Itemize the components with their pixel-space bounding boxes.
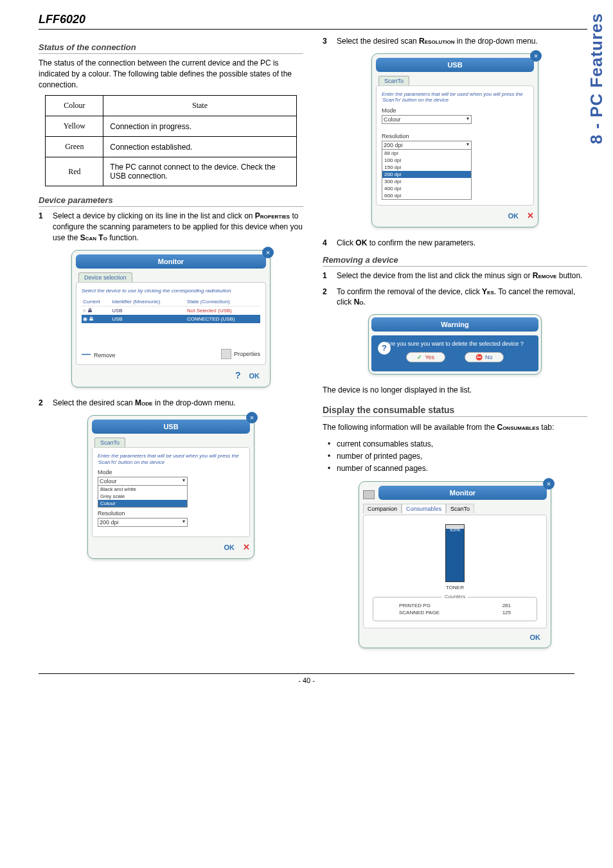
consumables-panel: 93% TONER Counters PRINTED PG 281 SCAN: [363, 515, 547, 628]
step-2: 2 Select the desired scan Mode in the dr…: [39, 398, 303, 409]
printed-value: 281: [502, 603, 511, 608]
ok-button[interactable]: OK: [249, 372, 260, 380]
device-row-selected[interactable]: ◉ 🖶 USB CONNECTED (USB): [82, 315, 260, 323]
step-number: 1: [323, 270, 337, 281]
dialog-title: Monitor: [378, 486, 547, 500]
yes-button[interactable]: ✓Yes: [406, 352, 445, 362]
close-icon[interactable]: ×: [543, 478, 555, 490]
help-icon[interactable]: ?: [235, 370, 241, 380]
resolution-select[interactable]: 200 dpi: [98, 518, 188, 527]
device-params-steps-2: 2 Select the desired scan Mode in the dr…: [39, 398, 303, 409]
res-option[interactable]: 88 dpi: [382, 150, 471, 157]
device-list: Current Identifier (Mnemonic) State (Con…: [82, 297, 260, 323]
device-params-steps: 1 Select a device by clicking on its lin…: [39, 211, 303, 243]
col-state: State (Connection): [186, 297, 260, 306]
cancel-icon[interactable]: ✕: [243, 542, 250, 552]
ok-button[interactable]: OK: [530, 633, 541, 641]
radio-icon[interactable]: ◉ 🖶: [82, 315, 111, 323]
bullet: number of scanned pages.: [328, 463, 587, 475]
dialog-warning: Warning ? Are you sure you want to delet…: [368, 314, 542, 375]
device-row[interactable]: ○ 🖶 USB Not Selected (USB): [82, 306, 260, 315]
counters-label: Counters: [442, 594, 468, 599]
device-params-heading: Device parameters: [39, 195, 303, 207]
toner-label: TONER: [446, 585, 464, 590]
state-yellow: Connection in progress.: [103, 116, 296, 137]
connection-table: Colour State Yellow Connection in progre…: [45, 95, 296, 186]
resolution-dropdown[interactable]: 88 dpi 100 dpi 150 dpi 200 dpi 300 dpi 4…: [382, 150, 472, 200]
mode-option-selected[interactable]: Colour: [98, 500, 187, 507]
res-option[interactable]: 150 dpi: [382, 164, 471, 171]
resolution-label: Resolution: [98, 510, 244, 517]
mode-option[interactable]: Black and white: [98, 486, 187, 493]
step-number: 1: [39, 211, 53, 243]
th-colour: Colour: [46, 96, 103, 116]
close-icon[interactable]: ×: [530, 50, 542, 62]
radio-icon[interactable]: ○ 🖶: [82, 306, 111, 315]
resolution-select[interactable]: 200 dpi: [382, 141, 472, 150]
mode-select[interactable]: Colour: [98, 477, 188, 486]
consumable-heading: Display the consumable status: [323, 405, 587, 417]
res-option[interactable]: 400 dpi: [382, 185, 471, 192]
no-button[interactable]: ⛔No: [465, 352, 504, 362]
mode-option[interactable]: Grey scale: [98, 493, 187, 500]
res-option-selected[interactable]: 200 dpi: [382, 171, 471, 178]
properties-button[interactable]: Properties: [221, 349, 260, 359]
printed-label: PRINTED PG: [399, 603, 431, 608]
colour-red: Red: [46, 157, 103, 186]
consumable-intro: The following information will be availa…: [323, 422, 587, 433]
tab-companion[interactable]: Companion: [363, 504, 402, 513]
toner-percent: 93%: [446, 527, 464, 533]
screenshot-monitor-devices: × Monitor Device selection Select the de…: [71, 250, 271, 388]
product-name: LFF6020: [39, 13, 587, 26]
ok-button[interactable]: OK: [508, 212, 519, 220]
bullet: number of printed pages,: [328, 450, 587, 463]
screenshot-monitor-consumables: × Monitor CompanionConsumablesScanTo 93%: [359, 481, 551, 648]
right-column: 3 Select the desired scan Resolution in …: [323, 36, 587, 659]
usb-panel: Enter the parameters that will be used w…: [92, 447, 250, 537]
close-icon[interactable]: ×: [262, 247, 274, 258]
usb-panel: Enter the parameters that will be used w…: [376, 85, 534, 206]
res-option[interactable]: 600 dpi: [382, 192, 471, 199]
step-body: To confirm the removal of the device, cl…: [337, 287, 587, 308]
resolution-label: Resolution: [382, 133, 528, 139]
mode-dropdown[interactable]: Black and white Grey scale Colour: [98, 486, 188, 508]
tab-scanto[interactable]: ScanTo: [446, 504, 474, 513]
remove-button[interactable]: — Remove: [82, 349, 116, 359]
step-body: Select a device by clicking on its line …: [53, 211, 303, 243]
tab-scanto[interactable]: ScanTo: [378, 76, 409, 85]
screenshot-warning: Warning ? Are you sure you want to delet…: [368, 314, 542, 375]
step-body: Select the desired scan Resolution in th…: [337, 36, 587, 47]
panel-hint: Select the device to use by clicking the…: [82, 288, 260, 294]
cancel-icon[interactable]: ✕: [527, 211, 534, 220]
dialog-monitor: × Monitor Device selection Select the de…: [71, 250, 271, 388]
tab-scanto[interactable]: ScanTo: [94, 438, 125, 447]
ok-button[interactable]: OK: [224, 544, 235, 551]
state-green: Connection established.: [103, 137, 296, 157]
table-row: Yellow Connection in progress.: [46, 116, 296, 137]
res-option[interactable]: 300 dpi: [382, 178, 471, 185]
step-body: Select the device from the list and clic…: [337, 270, 587, 281]
tab-device-selection[interactable]: Device selection: [78, 272, 132, 282]
removing-steps: 1 Select the device from the list and cl…: [323, 270, 587, 308]
res-option[interactable]: 100 dpi: [382, 157, 471, 164]
col-current: Current: [82, 297, 111, 306]
tab-consumables[interactable]: Consumables: [402, 504, 446, 513]
scanned-label: SCANNED PAGE: [399, 610, 440, 616]
warning-body: ? Are you sure you want to delete the se…: [371, 335, 538, 371]
step-body: Select the desired scan Mode in the drop…: [53, 398, 303, 409]
mode-select[interactable]: Colour: [382, 115, 472, 124]
device-id: USB: [111, 315, 186, 323]
table-row: Green Connection established.: [46, 137, 296, 157]
removing-heading: Removing a device: [323, 255, 587, 267]
close-icon[interactable]: ×: [246, 412, 258, 423]
device-state: CONNECTED (USB): [186, 315, 260, 323]
tabs: CompanionConsumablesScanTo: [363, 504, 547, 513]
dialog-buttons: ? OK: [76, 370, 266, 380]
dialog-title: USB: [376, 58, 534, 72]
step-body: Click OK to confirm the new parameters.: [337, 238, 587, 249]
dialog-title: Warning: [371, 317, 538, 332]
step-number: 4: [323, 238, 337, 249]
dialog-buttons: OK ✕: [376, 211, 534, 220]
device-panel: Select the device to use by clicking the…: [76, 282, 266, 366]
screenshot-usb-mode: × USB ScanTo Enter the parameters that w…: [87, 415, 254, 559]
